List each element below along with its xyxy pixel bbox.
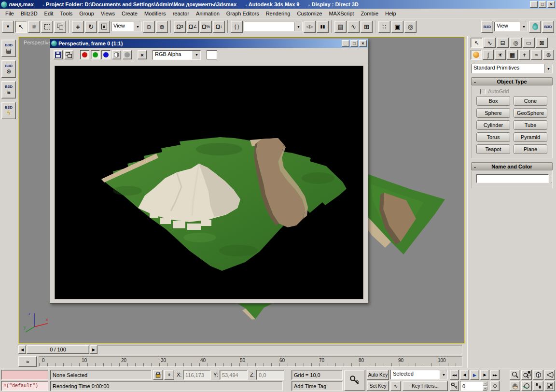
use-center-button[interactable]: ⊙ xyxy=(143,21,155,33)
key-mode-dropdown[interactable]: Selected ▼ xyxy=(390,370,448,379)
y-coordinate-field[interactable]: 53,494 xyxy=(220,370,248,380)
green-channel-button[interactable] xyxy=(91,50,100,59)
auto-key-button[interactable]: Auto Key xyxy=(367,370,389,380)
tab-modify[interactable]: ∿ xyxy=(484,38,496,48)
menu-create[interactable]: Create xyxy=(118,10,141,17)
mono-channel-button[interactable] xyxy=(112,50,121,59)
window-crossing-button[interactable] xyxy=(54,21,66,33)
menu-maxscript[interactable]: MAXScript xyxy=(325,10,357,17)
mirror-button[interactable]: ◁▷ xyxy=(304,21,316,33)
category-cameras[interactable]: ▦ xyxy=(507,50,518,60)
render-scene-button[interactable]: ▣ xyxy=(391,21,403,33)
transform-typein-mode-button[interactable]: + xyxy=(164,370,174,380)
minimize-button[interactable]: _ xyxy=(530,1,538,8)
previous-frame-arrow[interactable]: ◀ xyxy=(18,345,26,354)
quick-render-button[interactable]: ◎ xyxy=(404,21,417,33)
pyramid-button[interactable]: Pyramid xyxy=(514,132,547,142)
time-configuration-button[interactable]: ⊙ xyxy=(490,381,500,391)
background-color-swatch[interactable] xyxy=(207,50,217,59)
maximize-viewport-toggle[interactable] xyxy=(544,381,555,391)
zoom-all-button[interactable] xyxy=(521,370,532,380)
time-slider[interactable]: ◀ 0 / 100 ▶ xyxy=(18,345,462,354)
macro-recorder-pane[interactable] xyxy=(1,370,48,380)
menu-zombie[interactable]: Zombie xyxy=(357,10,382,17)
layer-manager-button[interactable]: ▤ xyxy=(334,21,347,33)
menu-animation[interactable]: Animation xyxy=(193,10,223,17)
edit-named-sets-button[interactable]: { } xyxy=(231,21,243,33)
material-editor-button[interactable]: ∷ xyxy=(378,21,390,33)
rendered-frame-window[interactable]: Perspective, frame 0 (1:1) _ □ × × RGB A… xyxy=(50,39,368,304)
next-frame-arrow[interactable]: ▶ xyxy=(90,345,97,354)
render-maximize-button[interactable]: □ xyxy=(350,40,358,47)
b3d-drop-button[interactable] xyxy=(529,21,541,33)
render-window-title-bar[interactable]: Perspective, frame 0 (1:1) _ □ × xyxy=(50,39,368,48)
default-tangent-button[interactable]: ∿ xyxy=(390,381,401,391)
cylinder-button[interactable]: Cylinder xyxy=(476,120,510,130)
title-bar[interactable]: ланд.max - Project Folder: D:\Documents … xyxy=(0,0,556,9)
snap-toggle-button[interactable]: Ω3 xyxy=(174,21,186,33)
menu-blitz3d[interactable]: Blitz3D xyxy=(17,10,41,17)
percent-snap-button[interactable]: Ω% xyxy=(200,21,212,33)
key-mode-toggle-button[interactable] xyxy=(450,381,459,391)
category-spacewarps[interactable]: ≈ xyxy=(531,50,542,60)
clear-button[interactable]: × xyxy=(138,50,147,59)
viewport-label[interactable]: Perspective xyxy=(24,40,51,45)
selection-region-button[interactable] xyxy=(41,21,53,33)
next-frame-button[interactable]: ▶ xyxy=(480,370,489,380)
zoom-button[interactable] xyxy=(510,370,520,380)
zoom-extents-button[interactable] xyxy=(533,370,543,380)
menu-edit[interactable]: Edit xyxy=(41,10,57,17)
frame-spinner[interactable]: ▲ ▼ xyxy=(483,381,487,391)
close-button[interactable]: × xyxy=(547,1,555,8)
torus-button[interactable]: Torus xyxy=(476,132,510,142)
pan-button[interactable] xyxy=(510,381,520,391)
autogrid-checkbox[interactable] xyxy=(480,89,486,94)
named-sets-dropdown[interactable]: ▼ xyxy=(244,22,303,31)
tube-button[interactable]: Tube xyxy=(514,120,547,130)
reference-coordsys-dropdown[interactable]: View ▼ xyxy=(111,22,142,31)
key-filters-button[interactable]: Key Filters... xyxy=(403,381,448,391)
mini-curve-editor-button[interactable]: ≈ xyxy=(18,356,37,367)
menu-graph-editors[interactable]: Graph Editors xyxy=(223,10,263,17)
render-close-button[interactable]: × xyxy=(359,40,367,47)
spinner-up-icon[interactable]: ▲ xyxy=(483,381,487,386)
plane-button[interactable]: Plane xyxy=(514,144,547,154)
primitive-category-dropdown[interactable]: Standard Primitives ▼ xyxy=(471,64,553,73)
play-button[interactable]: ▶ xyxy=(470,370,479,380)
set-key-button[interactable]: Set Key xyxy=(367,381,389,391)
name-color-rollout-header[interactable]: - Name and Color xyxy=(471,162,553,170)
select-by-name-button[interactable]: ≡ xyxy=(28,21,40,33)
x-coordinate-field[interactable]: 116,173 xyxy=(183,370,211,380)
render-minimize-button[interactable]: _ xyxy=(342,40,349,47)
tab-create[interactable]: ↖ xyxy=(471,38,483,48)
b3d-list-button[interactable]: B3D≡ xyxy=(1,81,16,98)
selection-lock-button[interactable] xyxy=(153,370,163,380)
tab-utilities[interactable]: ⊠ xyxy=(536,38,548,48)
blue-channel-button[interactable] xyxy=(101,50,111,59)
geosphere-button[interactable]: GeoSphere xyxy=(514,108,547,118)
spinner-down-icon[interactable]: ▼ xyxy=(483,386,487,391)
schematic-view-button[interactable]: ⊞ xyxy=(361,21,373,33)
menu-group[interactable]: Group xyxy=(76,10,97,17)
menu-file[interactable]: File xyxy=(2,10,17,17)
set-keys-button[interactable] xyxy=(344,370,365,391)
menu-rendering[interactable]: Rendering xyxy=(263,10,294,17)
save-image-button[interactable] xyxy=(54,50,63,59)
teapot-button[interactable]: Teapot xyxy=(476,144,510,154)
go-to-start-button[interactable]: ◀◀ xyxy=(450,370,459,380)
select-manipulate-button[interactable]: ⊕ xyxy=(156,21,168,33)
menu-customize[interactable]: Customize xyxy=(293,10,325,17)
select-rotate-button[interactable]: ↻ xyxy=(85,21,97,33)
category-systems[interactable]: ⊚ xyxy=(543,50,554,60)
object-name-input[interactable] xyxy=(476,174,549,183)
z-coordinate-field[interactable]: 0,0 xyxy=(256,370,284,380)
alpha-channel-button[interactable] xyxy=(123,50,132,59)
select-scale-button[interactable] xyxy=(98,21,110,33)
align-button[interactable]: ▮▮ xyxy=(317,21,329,33)
menu-views[interactable]: Views xyxy=(97,10,118,17)
angle-snap-button[interactable]: Ω∠ xyxy=(187,21,199,33)
menu-modifiers[interactable]: Modifiers xyxy=(141,10,169,17)
arc-rotate-button[interactable] xyxy=(521,381,532,391)
time-slider-grip[interactable]: 0 / 100 xyxy=(27,345,89,354)
tab-motion[interactable]: ◎ xyxy=(510,38,522,48)
